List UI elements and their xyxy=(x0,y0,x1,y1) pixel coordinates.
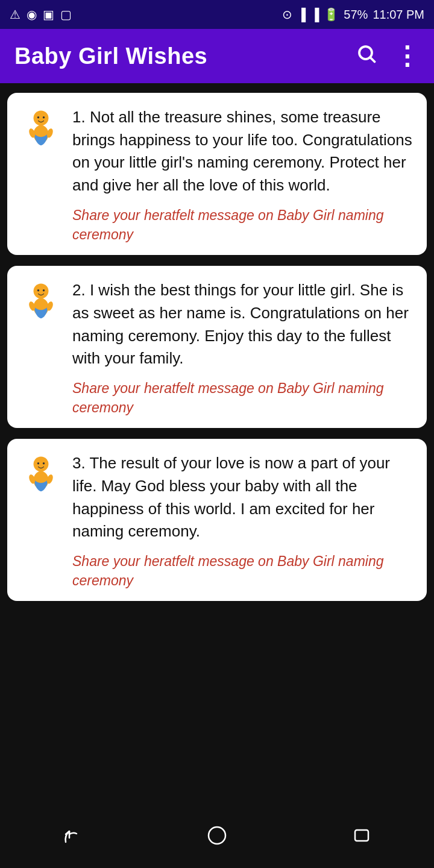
app-bar: Baby Girl Wishes ⋮ xyxy=(0,29,434,83)
svg-point-2 xyxy=(34,110,49,125)
baby-girl-icon-3 xyxy=(20,454,61,495)
baby-icon-wrap-1 xyxy=(19,106,63,149)
wish-card-1[interactable]: 1. Not all the treasure shines, some tre… xyxy=(7,93,427,255)
status-left-icons: ⚠ ◉ ▣ ▢ xyxy=(10,7,72,22)
svg-point-3 xyxy=(37,116,39,118)
svg-point-20 xyxy=(209,827,225,844)
recent-nav-button[interactable] xyxy=(350,824,373,852)
share-text-1[interactable]: Share your heratfelt message on Baby Gir… xyxy=(72,206,415,244)
svg-point-10 xyxy=(43,289,45,291)
bottom-nav-bar xyxy=(0,814,434,868)
clock: 11:07 PM xyxy=(373,8,424,22)
wish-card-3[interactable]: 3. The result of your love is now a part… xyxy=(7,439,427,601)
more-options-button[interactable]: ⋮ xyxy=(394,43,420,69)
status-bar: ⚠ ◉ ▣ ▢ ⊙ ▐ ▐ 🔋 57% 11:07 PM xyxy=(0,0,434,29)
back-nav-button[interactable] xyxy=(61,824,84,852)
baby-icon-wrap-2 xyxy=(19,279,63,322)
wish-text-1: 1. Not all the treasure shines, some tre… xyxy=(72,106,415,197)
battery-icon: 🔋 xyxy=(324,7,339,22)
content-area: 1. Not all the treasure shines, some tre… xyxy=(0,83,434,712)
search-button[interactable] xyxy=(356,43,377,70)
battery-percent: 57% xyxy=(344,8,368,22)
wifi-icon: ⊙ xyxy=(282,7,292,22)
wish-text-3: 3. The result of your love is now a part… xyxy=(72,452,415,543)
home-nav-button[interactable] xyxy=(206,824,228,852)
signal-icon2: ▐ xyxy=(310,8,319,22)
card-body-2: 2. I wish the best things for your littl… xyxy=(72,279,415,417)
svg-point-9 xyxy=(37,289,39,291)
wish-text-2: 2. I wish the best things for your littl… xyxy=(72,279,415,370)
whatsapp-icon: ◉ xyxy=(27,7,37,22)
svg-point-15 xyxy=(37,462,39,464)
svg-point-16 xyxy=(43,462,45,464)
share-text-3[interactable]: Share your heratfelt message on Baby Gir… xyxy=(72,552,415,590)
svg-line-1 xyxy=(371,57,375,61)
spacer xyxy=(0,712,434,814)
signal-icon: ▐ xyxy=(297,8,306,22)
card-body-1: 1. Not all the treasure shines, some tre… xyxy=(72,106,415,244)
cast-icon: ▢ xyxy=(60,7,72,22)
app-bar-actions: ⋮ xyxy=(356,43,420,70)
baby-girl-icon-2 xyxy=(20,281,61,322)
baby-girl-icon-1 xyxy=(20,108,61,149)
svg-point-4 xyxy=(43,116,45,118)
sim-icon: ▣ xyxy=(43,7,54,22)
svg-rect-21 xyxy=(355,830,368,841)
baby-icon-wrap-3 xyxy=(19,452,63,495)
svg-point-14 xyxy=(34,457,49,472)
app-title: Baby Girl Wishes xyxy=(14,43,207,69)
card-body-3: 3. The result of your love is now a part… xyxy=(72,452,415,590)
wish-card-2[interactable]: 2. I wish the best things for your littl… xyxy=(7,266,427,428)
svg-point-8 xyxy=(34,284,49,299)
status-right-info: ⊙ ▐ ▐ 🔋 57% 11:07 PM xyxy=(282,7,424,22)
warning-icon: ⚠ xyxy=(10,7,20,22)
share-text-2[interactable]: Share your heratfelt message on Baby Gir… xyxy=(72,379,415,417)
